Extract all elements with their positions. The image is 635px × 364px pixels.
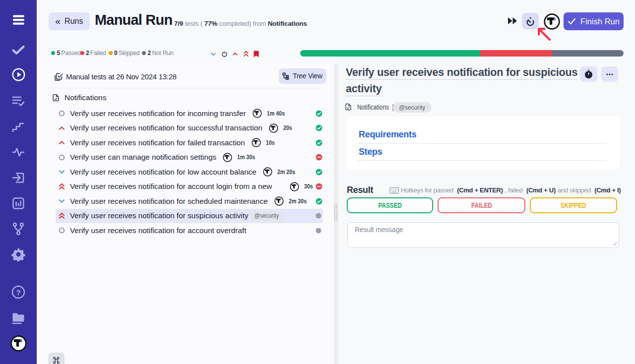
svg-text:?: ? <box>16 288 20 297</box>
